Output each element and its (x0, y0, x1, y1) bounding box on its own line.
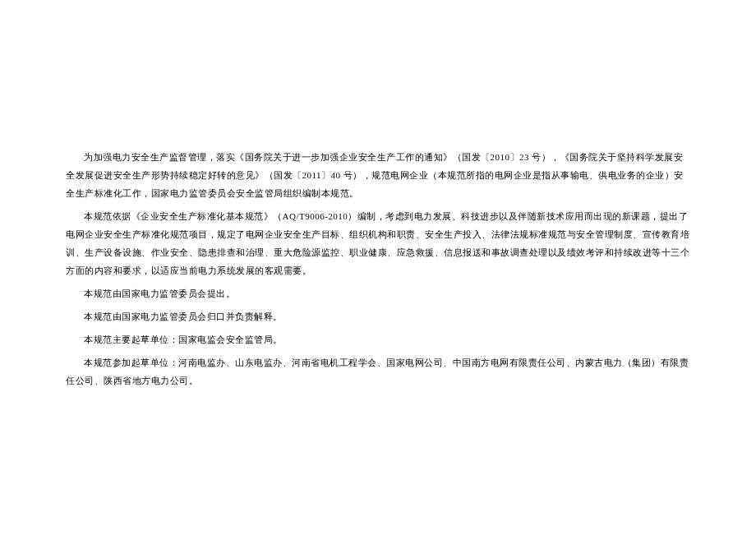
paragraph-4: 本规范由国家电力监管委员会归口并负责解释。 (66, 307, 690, 325)
paragraph-3: 本规范由国家电力监管委员会提出。 (66, 284, 690, 302)
document-page: 为加强电力安全生产监督管理，落实《国务院关于进一步加强企业安全生产工作的通知》（… (0, 0, 756, 493)
paragraph-1: 为加强电力安全生产监督管理，落实《国务院关于进一步加强企业安全生产工作的通知》（… (66, 148, 690, 202)
paragraph-6: 本规范参加起草单位：河南电监办、山东电监办、河南省电机工程学会、国家电网公司、中… (66, 353, 690, 390)
paragraph-5: 本规范主要起草单位：国家电监会安全监管局。 (66, 330, 690, 348)
paragraph-2: 本规范依据《企业安全生产标准化基本规范》（AQ/T9006-2010）编制，考虑… (66, 207, 690, 279)
